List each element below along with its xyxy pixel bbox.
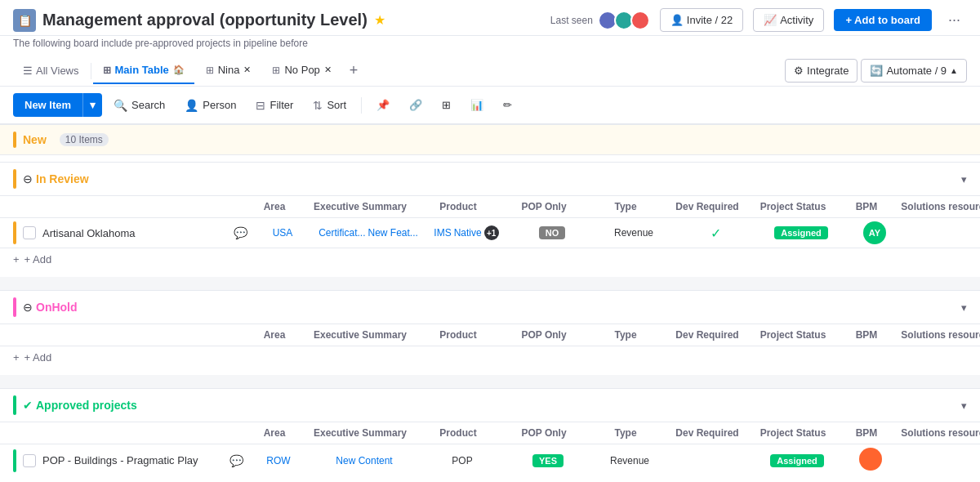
- more-options-button[interactable]: ···: [942, 8, 967, 32]
- col-exec-header: Executive Summary: [307, 201, 413, 212]
- header-left: 📋 Management approval (opportunity Level…: [13, 9, 385, 32]
- collapse-icon-3: ▾: [961, 399, 967, 412]
- area-1: ROW: [246, 455, 311, 466]
- col-sol-header: Solutions resources: [895, 201, 980, 212]
- oh-col-exec: Executive Summary: [307, 329, 413, 341]
- person-label: Person: [203, 99, 236, 111]
- add-tab-button[interactable]: +: [343, 56, 365, 86]
- chart-button[interactable]: 📊: [462, 94, 492, 116]
- automate-icon: 🔄: [870, 65, 883, 77]
- group-new-header[interactable]: New 10 Items: [0, 124, 980, 155]
- group-new: New 10 Items: [0, 124, 980, 155]
- sort-button[interactable]: ⇅ Sort: [305, 94, 354, 117]
- group-new-count: 10 Items: [60, 133, 109, 146]
- pop-1: YES: [507, 454, 589, 467]
- group-approved-title: Approved projects: [36, 399, 137, 412]
- ap-col-sol: Solutions resources: [895, 427, 980, 439]
- row-name-cell: Artisanal Oklahoma: [42, 227, 230, 239]
- col-pop-header: POP Only: [503, 201, 585, 212]
- cols-icon: ⊞: [442, 99, 451, 111]
- activity-icon: 📈: [764, 14, 777, 26]
- add-label-on-hold: + Add: [24, 351, 52, 364]
- ap-col-product: Product: [413, 427, 503, 439]
- top-header: 📋 Management approval (opportunity Level…: [0, 0, 980, 36]
- all-views-button[interactable]: ☰ All Views: [13, 58, 89, 83]
- group-in-review-header[interactable]: ⊖ In Review ▾: [0, 162, 980, 196]
- new-item-button[interactable]: New Item ▾: [13, 93, 102, 117]
- tab-nina[interactable]: ⊞ Nina ✕: [196, 57, 261, 84]
- invite-button[interactable]: 👤 Invite / 22: [660, 8, 743, 32]
- group-on-hold-title: OnHold: [36, 301, 78, 314]
- row-status-cell: Assigned: [756, 226, 846, 239]
- on-hold-bar: [13, 297, 16, 317]
- integrate-label: Integrate: [807, 65, 849, 77]
- toolbar-divider: [361, 97, 362, 114]
- row-checkbox[interactable]: [23, 226, 36, 239]
- oh-col-dev: Dev Required: [666, 329, 748, 341]
- person-filter-icon: 👤: [185, 99, 198, 112]
- row-pop-cell: NO: [511, 226, 593, 239]
- edit-button[interactable]: ✏: [495, 94, 520, 116]
- oh-col-bpm: BPM: [838, 329, 895, 341]
- new-item-label: New Item: [13, 93, 82, 117]
- add-row-on-hold[interactable]: + + Add: [0, 346, 980, 368]
- table-row[interactable]: POP - Buildings - Pragmatic Play 💬 ROW N…: [0, 444, 980, 475]
- tab-separator: [91, 63, 91, 79]
- col-type-header: Type: [585, 201, 666, 212]
- toolbar: New Item ▾ 🔍 Search 👤 Person ⊟ Filter ⇅ …: [0, 87, 980, 124]
- col-area-header: Area: [242, 201, 307, 212]
- oh-col-pop: POP Only: [503, 329, 585, 341]
- filter-button[interactable]: ⊟ Filter: [247, 94, 301, 117]
- row-check-1[interactable]: [23, 454, 36, 467]
- person-button[interactable]: 👤 Person: [176, 94, 244, 117]
- comment-icon-1[interactable]: 💬: [229, 454, 246, 467]
- nopop-close-icon: ✕: [324, 65, 332, 75]
- search-button[interactable]: 🔍 Search: [105, 94, 173, 117]
- oh-col-type: Type: [585, 329, 666, 341]
- ap-col-bpm: BPM: [838, 427, 895, 439]
- type-1: Revenue: [589, 455, 670, 466]
- no-pop-label: No Pop: [284, 64, 319, 76]
- collapse-icon-2: ▾: [961, 301, 967, 314]
- table-icon: ⊞: [103, 65, 111, 76]
- view-tabs-bar: ☰ All Views ⊞ Main Table 🏠 ⊞ Nina ✕ ⊞ No…: [0, 56, 980, 87]
- add-row-in-review[interactable]: + + Add: [0, 248, 980, 270]
- header-right: Last seen 👤 Invite / 22 📈 Activity + Add…: [550, 8, 967, 32]
- new-item-chevron-icon[interactable]: ▾: [82, 93, 102, 117]
- ap-col-area: Area: [242, 427, 307, 439]
- pin-button[interactable]: 📌: [368, 94, 398, 116]
- nina-label: Nina: [218, 64, 240, 76]
- approved-check-icon: ✔: [23, 399, 33, 412]
- link-button[interactable]: 🔗: [401, 94, 430, 116]
- last-seen: Last seen: [550, 11, 650, 30]
- chart-icon: 📊: [470, 99, 483, 111]
- menu-icon: ☰: [23, 65, 33, 77]
- in-review-bar: [13, 169, 16, 189]
- group-on-hold-header[interactable]: ⊖ OnHold ▾: [0, 290, 980, 324]
- filter-label: Filter: [270, 99, 293, 111]
- column-settings-button[interactable]: ⊞: [434, 94, 459, 116]
- row-name-1: POP - Buildings - Pragmatic Play: [42, 454, 226, 466]
- board-icon: 📋: [13, 9, 36, 32]
- add-board-button[interactable]: + Add to board: [834, 9, 932, 31]
- tab-no-pop[interactable]: ⊞ No Pop ✕: [262, 57, 341, 84]
- row-dev-cell: ✓: [675, 225, 756, 241]
- subtitle: The following board include pre-approved…: [0, 36, 980, 56]
- automate-button[interactable]: 🔄 Automate / 9 ▲: [861, 59, 967, 83]
- activity-button[interactable]: 📈 Activity: [753, 8, 824, 32]
- table-icon-nina: ⊞: [206, 65, 214, 76]
- integrate-button[interactable]: ⚙ Integrate: [785, 59, 858, 83]
- in-review-icon: ⊖: [23, 172, 33, 185]
- row-comment-icon[interactable]: 💬: [234, 226, 250, 239]
- approved-col-headers: Area Executive Summary Product POP Only …: [0, 422, 980, 444]
- last-seen-label: Last seen: [550, 15, 593, 26]
- bpm-1: [842, 448, 899, 473]
- group-approved-header[interactable]: ✔ Approved projects ▾: [0, 388, 980, 422]
- oh-col-product: Product: [413, 329, 503, 341]
- filter-icon: ⊟: [256, 99, 265, 112]
- col-product-header: Product: [413, 201, 503, 212]
- group-in-review: ⊖ In Review ▾ Area Executive Summary Pro…: [0, 162, 980, 270]
- row-type-cell: Revenue: [593, 227, 675, 239]
- table-row[interactable]: Artisanal Oklahoma 💬 USA Certificat... N…: [0, 218, 980, 248]
- tab-main-table[interactable]: ⊞ Main Table 🏠: [93, 57, 194, 84]
